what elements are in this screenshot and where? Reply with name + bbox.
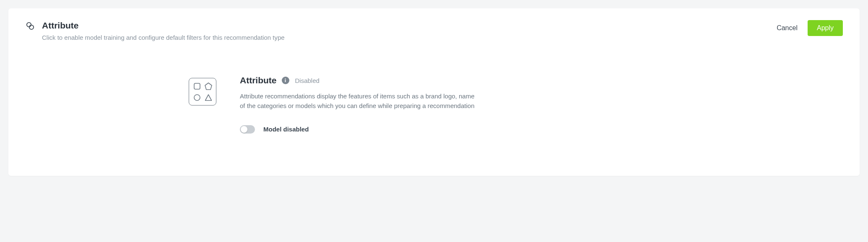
section-description: Attribute recommendations display the fe… bbox=[240, 91, 475, 111]
toggle-label: Model disabled bbox=[263, 126, 309, 133]
svg-point-1 bbox=[29, 25, 34, 29]
toggle-knob bbox=[241, 126, 247, 133]
content-body: Attribute i Disabled Attribute recommend… bbox=[240, 75, 475, 134]
attribute-shapes-icon bbox=[189, 78, 216, 106]
page-title: Attribute bbox=[42, 20, 768, 31]
attribute-link-icon bbox=[25, 21, 35, 31]
content-area: Attribute i Disabled Attribute recommend… bbox=[25, 75, 843, 134]
section-title: Attribute bbox=[240, 75, 277, 85]
settings-card: Attribute Click to enable model training… bbox=[8, 8, 860, 176]
apply-button[interactable]: Apply bbox=[808, 20, 843, 36]
cancel-button[interactable]: Cancel bbox=[775, 21, 799, 35]
svg-marker-5 bbox=[205, 95, 211, 100]
svg-rect-2 bbox=[194, 83, 200, 89]
svg-marker-3 bbox=[205, 83, 212, 90]
triangle-icon bbox=[204, 93, 213, 102]
pentagon-icon bbox=[204, 82, 213, 90]
info-icon[interactable]: i bbox=[282, 77, 289, 84]
page-subtitle: Click to enable model training and confi… bbox=[42, 33, 768, 42]
model-toggle[interactable] bbox=[240, 125, 255, 134]
svg-point-0 bbox=[27, 23, 31, 27]
section-title-row: Attribute i Disabled bbox=[240, 75, 475, 85]
header-text: Attribute Click to enable model training… bbox=[42, 20, 768, 42]
svg-point-4 bbox=[194, 95, 200, 100]
square-icon bbox=[193, 82, 201, 90]
toggle-row: Model disabled bbox=[240, 125, 475, 134]
header-row: Attribute Click to enable model training… bbox=[25, 20, 843, 42]
circle-icon bbox=[193, 93, 201, 102]
header-actions: Cancel Apply bbox=[775, 20, 843, 36]
status-badge: Disabled bbox=[295, 77, 320, 84]
